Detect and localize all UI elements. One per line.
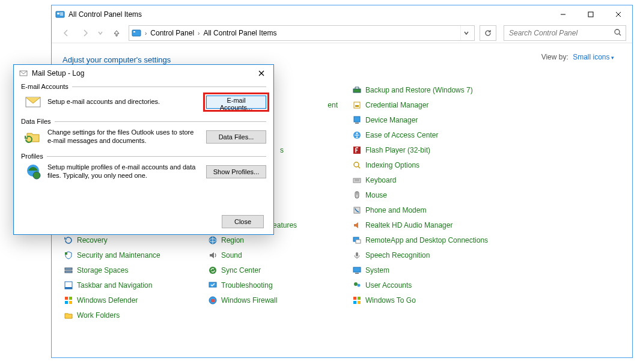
back-button[interactable] (58, 25, 75, 41)
group-description: Setup multiple profiles of e-mail accoun… (47, 163, 201, 180)
svg-line-11 (619, 34, 621, 35)
history-dropdown[interactable] (96, 25, 105, 41)
maximize-button[interactable] (577, 5, 605, 23)
list-item[interactable]: Flash Player (32-bit) (351, 142, 507, 157)
data-files-button[interactable]: Data Files... (206, 130, 266, 144)
list-item[interactable]: Work Folders (62, 308, 207, 323)
email-accounts-button[interactable]: E-mail Accounts... (206, 96, 266, 109)
taskbar-icon (64, 281, 73, 290)
list-item[interactable]: Windows To Go (351, 293, 507, 308)
breadcrumb-separator[interactable]: › (197, 30, 201, 37)
view-by-value[interactable]: Small icons (573, 53, 614, 61)
group-data-files: Data Files Change settings for the files… (21, 118, 266, 149)
close-button[interactable] (605, 5, 632, 23)
item-link[interactable]: Speech Recognition (365, 251, 430, 259)
breadcrumb[interactable]: › Control Panel › All Control Panel Item… (129, 25, 475, 41)
item-link[interactable]: Taskbar and Navigation (77, 281, 152, 290)
search-box[interactable] (504, 25, 626, 41)
breadcrumb-item-control-panel[interactable]: Control Panel (149, 29, 195, 37)
item-link[interactable]: Region (221, 236, 244, 244)
show-profiles-button[interactable]: Show Profiles... (206, 165, 266, 178)
svg-rect-22 (69, 301, 72, 304)
item-link[interactable]: Windows To Go (365, 296, 416, 305)
group-email-accounts: E-mail Accounts Setup e-mail accounts an… (21, 83, 266, 114)
item-link[interactable]: Work Folders (77, 311, 120, 320)
item-link[interactable]: Recovery (77, 236, 108, 244)
view-by-control[interactable]: View by: Small icons (541, 53, 614, 61)
system-icon (352, 265, 362, 275)
list-item[interactable]: Sync Center (207, 262, 351, 278)
item-link[interactable]: Sync Center (221, 266, 261, 275)
search-input[interactable] (508, 28, 614, 38)
item-link[interactable]: Windows Defender (77, 296, 138, 305)
troubleshooting-icon (208, 281, 218, 290)
breadcrumb-item-all-items[interactable]: All Control Panel Items (202, 29, 278, 37)
item-link[interactable]: Sound (221, 251, 242, 259)
item-link[interactable]: Backup and Restore (Windows 7) (365, 86, 473, 94)
minimize-button[interactable] (549, 5, 577, 23)
svg-point-38 (356, 132, 358, 134)
list-item[interactable]: Device Manager (351, 112, 507, 127)
item-link[interactable]: Keyboard (365, 176, 396, 184)
list-item[interactable]: RemoteApp and Desktop Connections (351, 232, 507, 247)
list-item[interactable]: Realtek HD Audio Manager (351, 217, 507, 232)
windows-defender-icon (64, 296, 73, 305)
list-item[interactable]: Taskbar and Navigation (62, 278, 207, 293)
item-link[interactable]: RemoteApp and Desktop Connections (365, 236, 488, 244)
list-item[interactable]: Speech Recognition (351, 247, 507, 262)
list-item[interactable]: Credential Manager (351, 97, 507, 112)
item-link[interactable]: User Accounts (365, 281, 412, 290)
item-link[interactable]: Realtek HD Audio Manager (365, 221, 453, 229)
item-link[interactable]: Indexing Options (365, 161, 419, 169)
item-link[interactable]: Windows Firewall (221, 296, 277, 305)
list-item[interactable]: Windows Firewall (207, 293, 351, 308)
item-link[interactable]: Security and Maintenance (77, 251, 160, 259)
list-item[interactable]: Storage Spaces (62, 262, 207, 278)
item-link[interactable]: System (365, 266, 389, 275)
item-link[interactable]: Troubleshooting (221, 281, 273, 290)
list-item[interactable]: Sound (207, 247, 351, 262)
forward-button[interactable] (77, 25, 94, 41)
item-link[interactable]: Phone and Modem (365, 206, 426, 214)
list-item[interactable]: Ease of Access Center (351, 127, 507, 142)
group-profiles: Profiles Setup multiple profiles of e-ma… (21, 153, 266, 184)
breadcrumb-icon (132, 28, 141, 38)
item-link[interactable]: Storage Spaces (77, 266, 128, 275)
keyboard-icon (352, 175, 362, 185)
list-item[interactable]: Indexing Options (351, 157, 507, 172)
device-manager-icon (352, 115, 362, 125)
dialog-close-footer-button[interactable]: Close (222, 215, 264, 228)
profiles-icon (23, 162, 43, 181)
list-item[interactable]: Phone and Modem (351, 202, 507, 217)
refresh-button[interactable] (480, 25, 496, 41)
list-item[interactable]: Keyboard (351, 172, 507, 187)
item-link[interactable]: Ease of Access Center (365, 131, 438, 139)
breadcrumb-dropdown[interactable] (460, 26, 472, 40)
item-link[interactable]: Device Manager (365, 116, 418, 124)
item-link-fragment[interactable]: s (280, 146, 350, 154)
item-link[interactable]: Credential Manager (365, 101, 428, 109)
item-link-fragment[interactable]: ent (328, 101, 338, 109)
list-item[interactable]: Troubleshooting (207, 278, 351, 293)
indexing-options-icon (352, 160, 362, 170)
dialog-footer: Close (222, 215, 264, 228)
svg-rect-49 (356, 252, 358, 256)
list-item[interactable]: Backup and Restore (Windows 7) (351, 82, 507, 97)
backup-restore-icon (352, 85, 362, 95)
data-files-icon (23, 127, 43, 147)
svg-rect-15 (65, 268, 72, 270)
list-item[interactable]: Windows Defender (62, 293, 207, 308)
list-item[interactable]: Mouse (351, 187, 507, 202)
up-button[interactable] (109, 26, 124, 40)
svg-rect-56 (358, 297, 361, 300)
breadcrumb-root-arrow[interactable]: › (144, 30, 148, 37)
list-item[interactable]: System (351, 262, 507, 278)
item-link[interactable]: Mouse (365, 191, 387, 199)
list-item[interactable]: Security and Maintenance (62, 247, 207, 262)
dialog-close-button[interactable] (249, 65, 273, 82)
list-item[interactable]: User Accounts (351, 278, 507, 293)
svg-rect-46 (354, 207, 360, 213)
group-label: Profiles (21, 153, 43, 160)
item-link[interactable]: Flash Player (32-bit) (365, 146, 430, 154)
svg-point-64 (33, 172, 40, 179)
